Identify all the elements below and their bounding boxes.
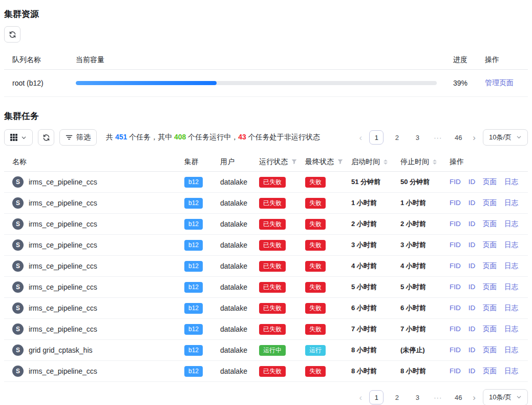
log-link[interactable]: 日志 <box>504 178 518 186</box>
filter-funnel-icon[interactable] <box>291 158 297 166</box>
pagination-page-2[interactable]: 2 <box>390 130 404 145</box>
page-size-select[interactable]: 10条/页 <box>483 129 528 146</box>
fid-link[interactable]: FID <box>450 367 461 375</box>
pagination-page-1[interactable]: 1 <box>369 130 384 145</box>
fid-link[interactable]: FID <box>450 304 461 312</box>
pagination-page-2[interactable]: 2 <box>390 390 404 404</box>
log-link[interactable]: 日志 <box>504 304 518 312</box>
run-status-badge: 已失败 <box>259 282 286 293</box>
id-link[interactable]: ID <box>469 199 476 207</box>
pagination-prev[interactable]: ‹ <box>358 393 364 402</box>
fid-link[interactable]: FID <box>450 325 461 333</box>
page-link[interactable]: 页面 <box>483 178 497 186</box>
pagination-page-1[interactable]: 1 <box>369 390 384 404</box>
tasks-col-final-status[interactable]: 最终状态 <box>297 153 343 172</box>
run-status-badge: 已失败 <box>259 177 286 188</box>
tasks-col-start-time[interactable]: 启动时间 <box>343 153 392 172</box>
refresh-icon <box>42 134 50 141</box>
page-link[interactable]: 页面 <box>483 367 497 375</box>
fid-link[interactable]: FID <box>450 283 461 291</box>
sort-icon[interactable] <box>433 159 437 165</box>
log-link[interactable]: 日志 <box>504 283 518 291</box>
cluster-badge: b12 <box>184 366 203 377</box>
pagination-prev[interactable]: ‹ <box>358 133 364 142</box>
tasks-refresh-button[interactable] <box>38 129 54 146</box>
log-link[interactable]: 日志 <box>504 262 518 270</box>
tasks-col-user: 用户 <box>212 153 251 172</box>
id-link[interactable]: ID <box>469 283 476 291</box>
run-status-badge: 已失败 <box>259 261 286 272</box>
page-link[interactable]: 页面 <box>483 346 497 354</box>
cluster-badge: b12 <box>184 261 203 272</box>
sort-icon[interactable] <box>384 159 388 165</box>
pagination-next[interactable]: › <box>472 133 477 142</box>
id-link[interactable]: ID <box>469 241 476 249</box>
id-link[interactable]: ID <box>469 220 476 228</box>
page-link[interactable]: 页面 <box>483 283 497 291</box>
log-link[interactable]: 日志 <box>504 346 518 354</box>
page-size-select[interactable]: 10条/页 <box>483 389 528 405</box>
id-link[interactable]: ID <box>469 262 476 270</box>
filter-button[interactable]: 筛选 <box>59 129 97 146</box>
resources-col-progress: 进度 <box>445 51 477 70</box>
task-name: irms_ce_pipeline_ccs <box>29 262 97 270</box>
fid-link[interactable]: FID <box>450 199 461 207</box>
task-name: irms_ce_pipeline_ccs <box>29 241 97 249</box>
pagination-ellipsis[interactable]: ··· <box>431 390 445 404</box>
cluster-tasks-section: 集群任务 <box>4 110 528 405</box>
fid-link[interactable]: FID <box>450 241 461 249</box>
page-link[interactable]: 页面 <box>483 241 497 249</box>
id-link[interactable]: ID <box>469 304 476 312</box>
stop-time: 6 小时前 <box>400 304 426 312</box>
id-link[interactable]: ID <box>469 367 476 375</box>
avatar: S <box>12 323 24 335</box>
pagination-next[interactable]: › <box>472 393 477 402</box>
table-row: S irms_ce_pipeline_ccs b12 datalake 已失败 … <box>4 172 528 193</box>
queue-name: root (b12) <box>4 70 68 97</box>
run-status-badge: 已失败 <box>259 366 286 377</box>
fid-link[interactable]: FID <box>450 346 461 354</box>
filter-button-label: 筛选 <box>76 133 91 142</box>
avatar: S <box>12 239 24 251</box>
id-link[interactable]: ID <box>469 325 476 333</box>
fid-link[interactable]: FID <box>450 262 461 270</box>
filter-funnel-icon[interactable] <box>337 158 343 166</box>
pagination-page-46[interactable]: 46 <box>451 390 465 404</box>
page-link[interactable]: 页面 <box>483 199 497 207</box>
pagination-page-3[interactable]: 3 <box>410 390 424 404</box>
task-name: irms_ce_pipeline_ccs <box>29 178 97 186</box>
page-link[interactable]: 页面 <box>483 262 497 270</box>
avatar: S <box>12 260 24 272</box>
page-link[interactable]: 页面 <box>483 220 497 228</box>
cluster-badge: b12 <box>184 198 203 209</box>
log-link[interactable]: 日志 <box>504 241 518 249</box>
cluster-badge: b12 <box>184 282 203 293</box>
tasks-toolbar: 筛选 共 451 个任务，其中 408 个任务运行中，43 个任务处于非运行状态… <box>4 129 528 146</box>
start-time: 2 小时前 <box>351 220 377 228</box>
manage-page-link[interactable]: 管理页面 <box>485 78 514 87</box>
avatar: S <box>12 366 24 377</box>
tasks-col-stop-time[interactable]: 停止时间 <box>392 153 441 172</box>
table-row: S irms_ce_pipeline_ccs b12 datalake 已失败 … <box>4 319 528 340</box>
id-link[interactable]: ID <box>469 178 476 186</box>
pagination-page-3[interactable]: 3 <box>410 130 424 145</box>
log-link[interactable]: 日志 <box>504 367 518 375</box>
resources-col-queue: 队列名称 <box>4 51 68 70</box>
fid-link[interactable]: FID <box>450 178 461 186</box>
fid-link[interactable]: FID <box>450 220 461 228</box>
pagination-ellipsis[interactable]: ··· <box>431 130 445 145</box>
resources-refresh-button[interactable] <box>4 26 20 43</box>
resource-row: root (b12) 39% 管理页面 <box>4 70 528 97</box>
final-status-badge: 失败 <box>305 198 326 209</box>
tasks-col-run-status[interactable]: 运行状态 <box>251 153 297 172</box>
log-link[interactable]: 日志 <box>504 325 518 333</box>
id-link[interactable]: ID <box>469 346 476 354</box>
log-link[interactable]: 日志 <box>504 199 518 207</box>
column-settings-button[interactable] <box>4 129 33 146</box>
page-link[interactable]: 页面 <box>483 304 497 312</box>
page-link[interactable]: 页面 <box>483 325 497 333</box>
log-link[interactable]: 日志 <box>504 220 518 228</box>
final-status-badge: 失败 <box>305 219 326 230</box>
stop-time: (未停止) <box>400 346 425 354</box>
pagination-page-46[interactable]: 46 <box>451 130 465 145</box>
